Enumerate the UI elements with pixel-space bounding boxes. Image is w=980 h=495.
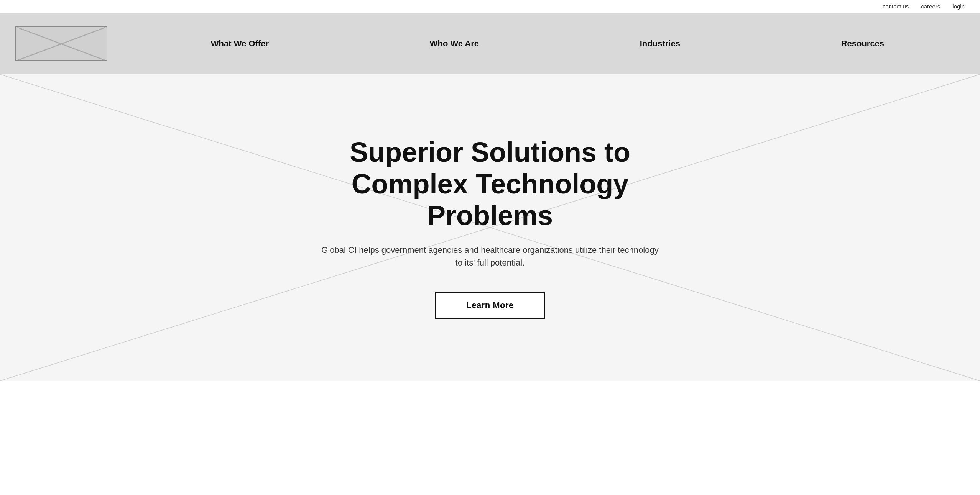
nav-links: What We Offer Who We Are Industries Reso…	[130, 39, 965, 49]
svg-line-0	[17, 27, 105, 60]
nav-what-we-offer[interactable]: What We Offer	[211, 39, 269, 49]
nav-who-we-are[interactable]: Who We Are	[430, 39, 479, 49]
nav-resources[interactable]: Resources	[841, 39, 885, 49]
hero-title: Superior Solutions to Complex Technology…	[317, 136, 663, 231]
nav-industries[interactable]: Industries	[640, 39, 680, 49]
learn-more-button[interactable]: Learn More	[435, 292, 545, 319]
careers-link[interactable]: careers	[921, 3, 940, 10]
hero-content: Superior Solutions to Complex Technology…	[317, 136, 663, 319]
contact-us-link[interactable]: contact us	[883, 3, 909, 10]
hero-subtitle: Global CI helps government agencies and …	[317, 244, 663, 269]
top-bar: contact us careers login	[0, 0, 980, 13]
login-link[interactable]: login	[952, 3, 965, 10]
logo[interactable]	[15, 26, 107, 61]
main-nav: What We Offer Who We Are Industries Reso…	[0, 13, 980, 74]
hero-section: Superior Solutions to Complex Technology…	[0, 74, 980, 381]
